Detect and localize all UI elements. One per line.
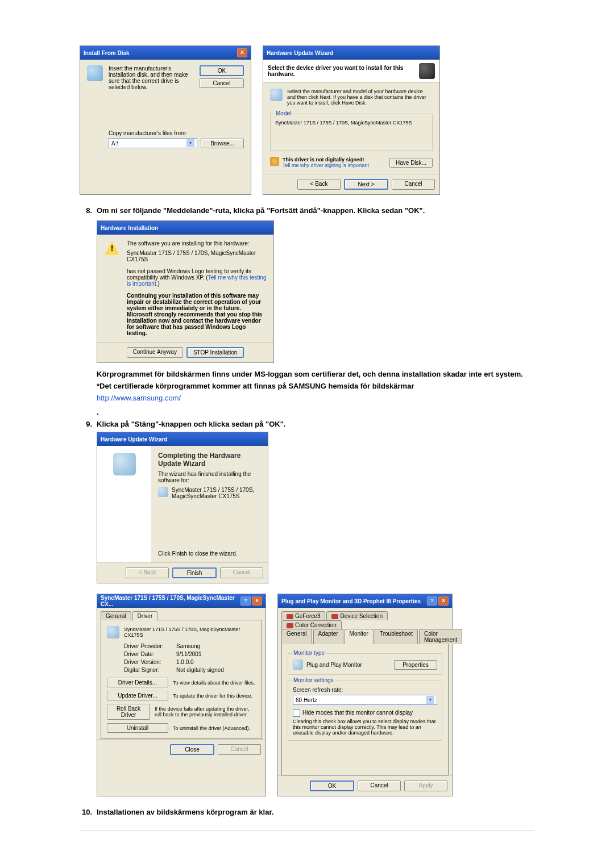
rollback-driver-button[interactable]: Roll Back Driver — [107, 704, 150, 720]
driver-props-title: SyncMaster 171S / 175S / 170S, MagicSync… — [101, 595, 240, 607]
install-from-disk-dialog: Install From Disk X Insert the manufactu… — [80, 45, 251, 195]
tab-general[interactable]: General — [101, 611, 131, 620]
tab-adapter[interactable]: Adapter — [313, 629, 343, 644]
step-8-text: Om ni ser följande "Meddelande"-ruta, kl… — [97, 206, 534, 215]
cancel-button-disabled: Cancel — [220, 567, 263, 578]
uninstall-desc: To uninstall the driver (Advanced). — [173, 725, 250, 731]
cancel-button[interactable]: Cancel — [392, 179, 435, 190]
install-from-disk-instruction: Insert the manufacturer's installation d… — [109, 65, 194, 90]
hw-update-body: Select the manufacturer and model of you… — [287, 89, 433, 106]
stop-installation-button[interactable]: STOP Installation — [186, 347, 244, 358]
driver-details-button[interactable]: Driver Details... — [107, 678, 168, 687]
wizard-side-image — [97, 446, 151, 562]
step-10-number: 10. — [80, 808, 92, 816]
tab-general-m[interactable]: General — [281, 629, 312, 644]
hide-modes-label: Hide modes that this monitor cannot disp… — [302, 710, 413, 717]
nvidia-icon — [287, 623, 293, 628]
driver-props-device: SyncMaster 171S / 175S / 170S, MagicSync… — [124, 627, 256, 638]
hw-install-bold-warning: Continuing your installation of this sof… — [127, 293, 267, 336]
tab-geforce3[interactable]: GeForce3 — [281, 611, 325, 620]
not-signed-warning: This driver is not digitally signed! — [283, 157, 364, 162]
device-icon — [158, 487, 168, 497]
divider — [80, 830, 534, 831]
driver-date-value: 9/11/2001 — [176, 651, 202, 657]
hw-complete-dialog: Hardware Update Wizard Completing the Ha… — [97, 432, 268, 583]
hw-install-device: SyncMaster 171S / 175S / 170S, MagicSync… — [127, 250, 267, 262]
nvidia-icon — [287, 614, 293, 619]
hw-update-title: Hardware Update Wizard — [267, 50, 334, 56]
step-9-number: 9. — [80, 420, 92, 428]
tab-color-management[interactable]: Color Management — [419, 629, 462, 644]
help-icon[interactable]: ? — [240, 596, 251, 606]
step-10-text: Installationen av bildskärmens körprogra… — [97, 808, 534, 816]
hardware-update-select-dialog: Hardware Update Wizard Select the device… — [263, 45, 440, 195]
floppy-icon — [87, 65, 103, 81]
hide-modes-checkbox[interactable] — [293, 710, 300, 717]
digital-signer-value: Not digitally signed — [176, 667, 224, 673]
hw-complete-titlebar: Hardware Update Wizard — [97, 432, 268, 446]
tab-device-selection[interactable]: Device Selection — [326, 611, 387, 620]
nvidia-icon — [331, 614, 338, 619]
tab-troubleshoot[interactable]: Troubleshoot — [375, 629, 418, 644]
driver-properties-dialog: SyncMaster 171S / 175S / 170S, MagicSync… — [97, 594, 266, 796]
copy-path-dropdown[interactable]: A:\ ▾ — [109, 138, 197, 148]
next-button[interactable]: Next > — [344, 179, 388, 190]
tab-monitor[interactable]: Monitor — [345, 629, 374, 644]
trailing-dot: . — [97, 408, 534, 416]
have-disk-button[interactable]: Have Disk... — [389, 158, 433, 168]
monitor-props-title: Plug and Play Monitor and 3D Prophet III… — [281, 598, 421, 604]
hw-complete-line1: The wizard has finished installing the s… — [158, 471, 261, 483]
copy-files-label: Copy manufacturer's files from: — [109, 130, 244, 136]
cancel-button[interactable]: Cancel — [200, 78, 244, 88]
install-from-disk-title: Install From Disk — [84, 50, 130, 56]
monitor-properties-dialog: Plug and Play Monitor and 3D Prophet III… — [277, 594, 453, 796]
hw-complete-line2: Click Finish to close the wizard. — [158, 550, 261, 557]
update-driver-button[interactable]: Update Driver... — [107, 691, 168, 700]
driver-version-value: 1.0.0.0 — [176, 659, 194, 665]
refresh-rate-dropdown[interactable]: 60 Hertz ▾ — [293, 695, 437, 705]
help-icon[interactable]: ? — [427, 596, 437, 606]
hw-complete-device: SyncMaster 171S / 175S / 170S, MagicSync… — [172, 487, 261, 499]
tell-why-signing-link[interactable]: Tell me why driver signing is important — [283, 162, 369, 168]
monitor-settings-label: Monitor settings — [292, 677, 335, 683]
ok-button[interactable]: OK — [200, 65, 244, 76]
close-icon[interactable]: X — [252, 596, 262, 606]
step-8-number: 8. — [80, 206, 92, 215]
hw-install-line1: The software you are installing for this… — [127, 240, 267, 247]
monitor-type-value: Plug and Play Monitor — [306, 662, 362, 668]
apply-button-disabled: Apply — [404, 781, 447, 791]
tab-color-correction[interactable]: Color Correction — [281, 620, 342, 629]
samsung-link[interactable]: http://www.samsung.com/ — [97, 394, 181, 402]
hide-modes-desc: Clearing this check box allows you to se… — [293, 719, 437, 736]
ok-button[interactable]: OK — [310, 781, 354, 791]
browse-button[interactable]: Browse... — [201, 139, 244, 148]
tab-driver[interactable]: Driver — [132, 611, 158, 620]
monitor-properties-button[interactable]: Properties — [394, 660, 437, 670]
close-icon[interactable]: X — [438, 596, 449, 606]
close-button[interactable]: Close — [170, 744, 214, 755]
chevron-down-icon[interactable]: ▾ — [426, 696, 434, 704]
back-button[interactable]: < Back — [297, 179, 341, 190]
model-label: Model — [274, 110, 293, 116]
continue-anyway-button[interactable]: Continue Anyway — [127, 347, 183, 358]
back-button-disabled: < Back — [126, 567, 169, 578]
hw-install-title: Hardware Installation — [101, 225, 158, 231]
copy-path-value: A:\ — [111, 140, 118, 147]
warning-icon — [104, 240, 120, 256]
hw-complete-heading: Completing the Hardware Update Wizard — [158, 452, 261, 468]
hw-update-titlebar: Hardware Update Wizard — [263, 46, 439, 60]
cancel-button[interactable]: Cancel — [358, 781, 401, 791]
after-step8-p1: Körprogrammet för bildskärmen finns unde… — [97, 370, 534, 378]
close-icon[interactable]: X — [237, 48, 247, 57]
chevron-down-icon[interactable]: ▾ — [186, 139, 194, 147]
device-icon — [107, 626, 119, 639]
driver-props-titlebar: SyncMaster 171S / 175S / 170S, MagicSync… — [97, 594, 265, 608]
step-9-text: Klicka på "Stäng"-knappen och klicka sed… — [97, 420, 534, 428]
after-step8-p2: *Det certifierade körprogrammet kommer a… — [97, 382, 534, 390]
finish-button[interactable]: Finish — [172, 567, 217, 578]
install-from-disk-titlebar: Install From Disk X — [80, 46, 251, 60]
uninstall-button[interactable]: Uninstall — [107, 723, 168, 733]
model-value[interactable]: SyncMaster 171S / 175S / 170S, MagicSync… — [275, 120, 428, 126]
device-icon — [270, 89, 283, 101]
rollback-driver-desc: If the device fails after updating the d… — [155, 706, 256, 717]
